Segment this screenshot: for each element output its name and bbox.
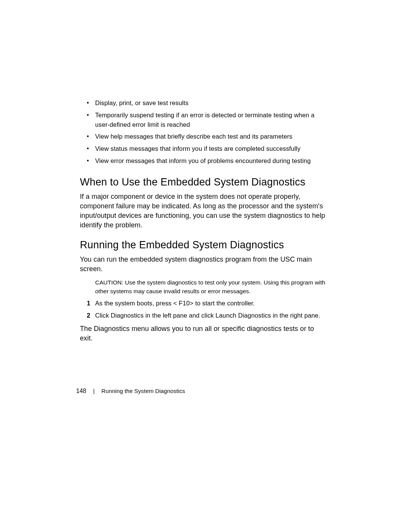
body-paragraph: The Diagnostics menu allows you to run a… xyxy=(80,324,327,343)
footer-divider: | xyxy=(93,388,95,394)
list-item: Display, print, or save test results xyxy=(95,98,327,108)
body-paragraph: You can run the embedded system diagnost… xyxy=(80,255,327,274)
list-item: View error messages that inform you of p… xyxy=(95,156,327,166)
step-number: 2 xyxy=(87,311,90,320)
list-item: Temporarily suspend testing if an error … xyxy=(95,110,327,129)
step-number: 1 xyxy=(87,299,90,308)
steps-list: 1As the system boots, press < F10> to st… xyxy=(80,299,327,320)
page-footer: 148 | Running the System Diagnostics xyxy=(76,388,185,395)
section-heading-running: Running the Embedded System Diagnostics xyxy=(80,239,327,251)
caution-text: Use the system diagnostics to test only … xyxy=(95,279,325,294)
caution-label: CAUTION: xyxy=(95,279,123,286)
list-item: View help messages that briefly describe… xyxy=(95,132,327,141)
footer-chapter-title: Running the System Diagnostics xyxy=(102,388,185,394)
body-paragraph: If a major component or device in the sy… xyxy=(80,192,327,230)
page-content: Display, print, or save test results Tem… xyxy=(80,98,327,347)
feature-bullet-list: Display, print, or save test results Tem… xyxy=(80,98,327,166)
list-item: 2Click Diagnostics in the left pane and … xyxy=(95,311,327,320)
list-item: View status messages that inform you if … xyxy=(95,144,327,153)
section-heading-when-to-use: When to Use the Embedded System Diagnost… xyxy=(80,176,327,188)
list-item: 1As the system boots, press < F10> to st… xyxy=(95,299,327,308)
caution-block: CAUTION: Use the system diagnostics to t… xyxy=(95,278,327,296)
page-number: 148 xyxy=(76,388,86,395)
step-text: Click Diagnostics in the left pane and c… xyxy=(95,312,320,319)
step-text: As the system boots, press < F10> to sta… xyxy=(95,300,255,307)
